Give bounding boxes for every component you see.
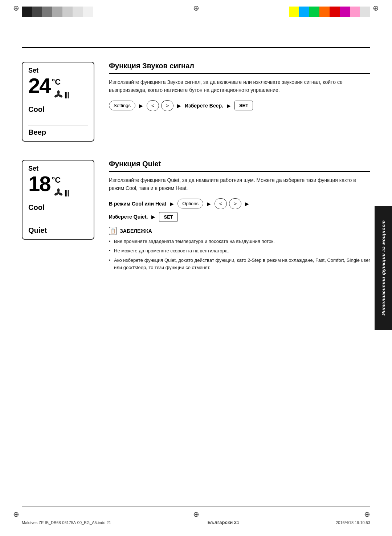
cool-heat-label: В режим Cool или Heat (109, 201, 166, 207)
color-strip-right (289, 7, 370, 17)
color-block (309, 7, 319, 17)
color-block (340, 7, 350, 17)
lcd-mode: Cool (28, 103, 88, 114)
lcd-temp-row: 24 °C ||| (28, 75, 88, 100)
lcd-temp-row2: 18 °C ||| (28, 173, 88, 198)
color-block (299, 7, 309, 17)
lcd-bars: ||| (65, 92, 69, 98)
lcd-temp-digits: 24 (28, 75, 50, 96)
top-rule (22, 47, 370, 48)
reg-mark-top-right: ⊕ (373, 4, 379, 12)
lcd-set-label: Set (28, 67, 88, 74)
left-arrow-button[interactable]: < (147, 100, 159, 111)
lcd-icons2: ||| (53, 188, 69, 198)
footer-left: Maldives ZE IB_DB68-06175A-00_BG_A5.indd… (22, 520, 111, 525)
color-strip-left (22, 7, 93, 17)
lcd-set-label2: Set (28, 165, 88, 172)
note-section: 📋 ЗАБЕЛЕЖКА Вие променяте зададената тем… (109, 227, 370, 272)
color-block (83, 7, 93, 17)
section1-controls: Settings ▶ < > ▶ Изберете Beep. ▶ SET (109, 100, 370, 111)
note-item-2: Не можете да променяте скоростта на вент… (109, 247, 370, 255)
svg-point-1 (57, 90, 60, 94)
section2-title: Функция Quiet (109, 160, 370, 172)
options-button[interactable]: Options (177, 199, 203, 208)
side-label: Интелигентни функции за мощност (375, 206, 392, 330)
footer-center: Български 21 (208, 520, 239, 525)
lcd-icons: ||| (53, 90, 69, 100)
reg-mark-top-left: ⊕ (13, 4, 19, 12)
note-item-1: Вие променяте зададената температура и п… (109, 238, 370, 245)
section-beep: Set 24 °C ||| Cool (22, 51, 370, 142)
arrow-right-icon2: ▶ (177, 103, 181, 109)
section-quiet: Set 18 °C ||| Cool (22, 156, 370, 273)
color-block (360, 7, 370, 17)
note-header: 📋 ЗАБЕЛЕЖКА (109, 227, 370, 235)
arrow-right-icon3: ▶ (227, 103, 231, 109)
lcd-display-quiet: Set 18 °C ||| Cool (22, 160, 94, 240)
reg-mark-bottom-right: ⊕ (364, 510, 370, 519)
color-block (73, 7, 83, 17)
color-block (52, 7, 62, 17)
section1-body: Използвайте функцията Звуков сигнал, за … (109, 78, 370, 94)
settings-button[interactable]: Settings (109, 101, 135, 110)
lcd-temp-unit2: °C (52, 175, 61, 185)
set-button[interactable]: SET (234, 101, 253, 110)
footer: Maldives ZE IB_DB68-06175A-00_BG_A5.indd… (22, 520, 370, 525)
right-arrow-button2[interactable]: > (229, 198, 241, 209)
section2-control-row1: В режим Cool или Heat ▶ Options ▶ < > ▶ (109, 198, 370, 209)
reg-mark-bottom-left: ⊕ (13, 510, 19, 519)
note-icon: 📋 (109, 227, 117, 235)
color-block (22, 7, 32, 17)
arrow-right-icon5: ▶ (207, 201, 211, 207)
arrow-right-icon6: ▶ (245, 201, 249, 207)
arrow-right-icon4: ▶ (170, 201, 174, 207)
section2-content: Функция Quiet Използвайте функцията Quie… (109, 160, 370, 273)
set-button2[interactable]: SET (159, 212, 177, 222)
right-arrow-button[interactable]: > (161, 100, 173, 111)
color-block (350, 7, 360, 17)
select-quiet-label: Изберете Quiet. (109, 214, 148, 220)
arrow-right-icon: ▶ (139, 103, 143, 109)
note-header-text: ЗАБЕЛЕЖКА (120, 228, 152, 234)
lcd-temp-digits2: 18 (28, 173, 50, 194)
footer-right: 2016/4/18 19:10:53 (336, 520, 370, 525)
reg-mark-bottom-center: ⊕ (193, 510, 199, 519)
section2-control-row2: Изберете Quiet. ▶ SET (109, 212, 370, 222)
color-block (289, 7, 299, 17)
lcd-mode2: Cool (28, 201, 88, 212)
section1-content: Функция Звуков сигнал Използвайте функци… (109, 62, 370, 142)
svg-point-5 (57, 188, 60, 192)
lcd-display-beep: Set 24 °C ||| Cool (22, 62, 94, 142)
lcd-temp-unit: °C (52, 77, 61, 87)
section2-body: Използвайте функцията Quiet, за да намал… (109, 176, 370, 192)
fan-icon (53, 90, 64, 100)
color-block (319, 7, 330, 17)
bottom-rule (22, 507, 370, 507)
color-block (62, 7, 73, 17)
lcd-bars2: ||| (65, 190, 69, 196)
lcd-bottom-quiet: Quiet (28, 224, 88, 235)
section1-title: Функция Звуков сигнал (109, 62, 370, 74)
main-content: Set 24 °C ||| Cool (22, 51, 370, 503)
lcd-bottom-beep: Beep (28, 126, 88, 137)
fan-icon2 (53, 188, 64, 198)
reg-mark-top-center: ⊕ (193, 4, 199, 12)
color-block (330, 7, 340, 17)
select-beep-label: Изберете Beep. (185, 103, 223, 109)
note-item-3: Ако изберете функция Quiet, докато дейст… (109, 257, 370, 271)
color-block (42, 7, 52, 17)
color-block (32, 7, 42, 17)
note-list: Вие променяте зададената температура и п… (109, 238, 370, 272)
arrow-right-icon7: ▶ (151, 214, 155, 220)
left-arrow-button2[interactable]: < (215, 198, 227, 209)
